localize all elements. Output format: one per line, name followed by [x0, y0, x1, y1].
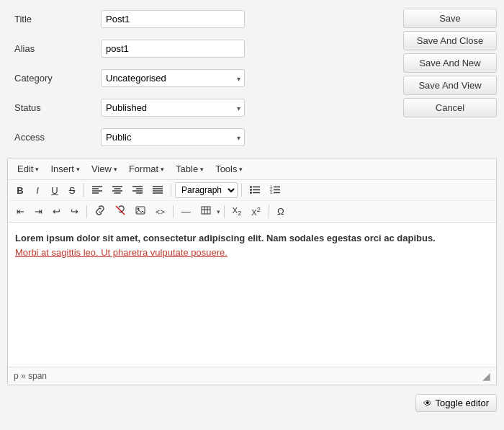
- toolbar-separator-4: [86, 205, 87, 218]
- resize-handle-icon[interactable]: ◢: [482, 370, 490, 382]
- table-chevron-icon: ▾: [200, 166, 204, 173]
- outdent-button[interactable]: ⇤: [12, 204, 29, 219]
- bottom-bar: 👁 Toggle editor: [7, 390, 497, 412]
- align-right-button[interactable]: [128, 183, 147, 198]
- format-chevron-icon: ▾: [161, 166, 164, 173]
- redo-button[interactable]: ↪: [66, 204, 83, 219]
- editor-link-text: Morbi at sagittis leo. Ut pharetra vulpu…: [15, 247, 228, 258]
- form-row-status: Status Published Unpublished Draft ▾: [7, 96, 396, 120]
- svg-rect-29: [136, 207, 145, 214]
- save-button[interactable]: Save: [403, 9, 497, 28]
- toolbar-separator-2: [171, 184, 171, 197]
- category-select[interactable]: Uncategorised Other: [101, 69, 245, 87]
- access-select[interactable]: Public Registered Special: [101, 128, 245, 146]
- title-label: Title: [14, 14, 101, 24]
- svg-text:3.: 3.: [270, 190, 273, 194]
- bold-button[interactable]: B: [12, 183, 28, 198]
- align-justify-button[interactable]: [148, 183, 167, 198]
- image-button[interactable]: [131, 204, 150, 219]
- insert-chevron-icon: ▾: [76, 166, 80, 173]
- cancel-button[interactable]: Cancel: [403, 98, 497, 117]
- toggle-editor-button[interactable]: 👁 Toggle editor: [415, 394, 497, 412]
- category-label: Category: [14, 73, 101, 84]
- form-row-alias: Alias: [7, 37, 396, 61]
- title-input[interactable]: [101, 10, 245, 28]
- editor-statusbar: p » span ◢: [8, 367, 496, 385]
- toolbar-separator-6: [224, 205, 225, 218]
- unordered-list-button[interactable]: [246, 183, 264, 198]
- menu-view[interactable]: View ▾: [86, 161, 122, 176]
- toolbar-separator-5: [173, 205, 174, 218]
- access-select-wrapper: Public Registered Special ▾: [101, 128, 245, 146]
- editor-bold-text: Lorem ipsum dolor sit amet, consectetur …: [15, 233, 436, 243]
- svg-rect-31: [202, 207, 210, 214]
- svg-point-16: [250, 186, 252, 188]
- status-select-wrapper: Published Unpublished Draft ▾: [101, 99, 245, 117]
- editor-toolbar: B I U S Paragraph Heading 1 Heading 2: [8, 180, 496, 223]
- toggle-editor-label: Toggle editor: [436, 398, 489, 408]
- toolbar-row-2: ⇤ ⇥ ↩ ↪ <> — ▾ X2 X2 Ω: [8, 201, 496, 222]
- special-char-button[interactable]: Ω: [273, 204, 289, 219]
- save-and-new-button[interactable]: Save And New: [403, 53, 497, 73]
- align-center-button[interactable]: [108, 183, 127, 198]
- menu-insert[interactable]: Insert ▾: [45, 161, 85, 176]
- menu-edit[interactable]: Edit ▾: [12, 161, 44, 176]
- underline-button[interactable]: U: [47, 183, 63, 198]
- align-left-button[interactable]: [88, 183, 107, 198]
- undo-button[interactable]: ↩: [48, 204, 65, 219]
- form-row-access: Access Public Registered Special ▾: [7, 125, 396, 149]
- menu-tools[interactable]: Tools ▾: [210, 161, 248, 176]
- menu-format[interactable]: Format ▾: [124, 161, 169, 176]
- category-select-wrapper: Uncategorised Other ▾: [101, 69, 245, 87]
- toolbar-separator-3: [241, 184, 242, 197]
- subscript-button[interactable]: X2: [228, 204, 246, 219]
- toolbar-separator-7: [269, 205, 269, 218]
- unlink-button[interactable]: [111, 203, 130, 220]
- editor-content-area[interactable]: Lorem ipsum dolor sit amet, consectetur …: [8, 223, 496, 367]
- table-chevron-icon: ▾: [217, 208, 220, 215]
- editor-path: p » span: [14, 371, 47, 381]
- save-and-view-button[interactable]: Save And View: [403, 76, 497, 95]
- alias-input[interactable]: [101, 40, 245, 58]
- link-button[interactable]: [91, 203, 109, 220]
- action-buttons: Save Save And Close Save And New Save An…: [403, 7, 497, 155]
- save-and-close-button[interactable]: Save And Close: [403, 31, 497, 50]
- strikethrough-button[interactable]: S: [64, 183, 80, 198]
- indent-button[interactable]: ⇥: [30, 204, 47, 219]
- svg-point-20: [250, 192, 252, 194]
- code-button[interactable]: <>: [151, 205, 169, 218]
- editor-container: Edit ▾ Insert ▾ View ▾ Format ▾ Table ▾ …: [7, 158, 497, 385]
- status-select[interactable]: Published Unpublished Draft: [101, 99, 245, 117]
- svg-point-30: [138, 208, 140, 210]
- italic-button[interactable]: I: [30, 183, 45, 198]
- alias-label: Alias: [14, 43, 101, 54]
- view-chevron-icon: ▾: [114, 166, 117, 173]
- form-row-title: Title: [7, 7, 396, 31]
- editor-menubar: Edit ▾ Insert ▾ View ▾ Format ▾ Table ▾ …: [8, 158, 496, 180]
- ordered-list-button[interactable]: 1. 2. 3.: [266, 183, 284, 198]
- paragraph-select[interactable]: Paragraph Heading 1 Heading 2 Heading 3: [175, 182, 238, 198]
- access-label: Access: [14, 132, 101, 143]
- eye-icon: 👁: [423, 398, 432, 408]
- table-button[interactable]: [197, 204, 215, 219]
- hr-button[interactable]: —: [177, 204, 195, 219]
- tools-chevron-icon: ▾: [239, 166, 243, 173]
- edit-chevron-icon: ▾: [35, 166, 39, 173]
- menu-table[interactable]: Table ▾: [171, 161, 209, 176]
- toolbar-separator-1: [84, 184, 84, 197]
- superscript-button[interactable]: X2: [247, 204, 264, 219]
- toolbar-row-1: B I U S Paragraph Heading 1 Heading 2: [8, 180, 496, 201]
- svg-point-18: [250, 189, 252, 191]
- form-row-category: Category Uncategorised Other ▾: [7, 66, 396, 90]
- status-label: Status: [14, 102, 101, 113]
